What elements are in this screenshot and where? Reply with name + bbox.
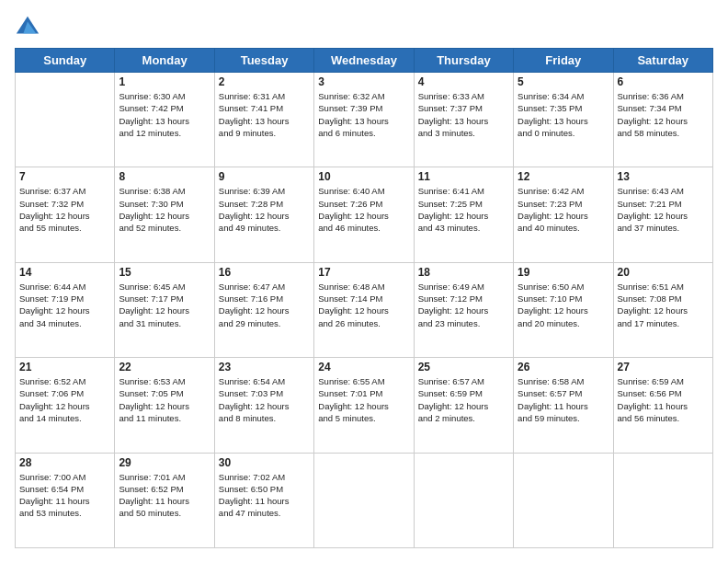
day-number: 29 xyxy=(119,456,210,469)
calendar-cell xyxy=(314,453,414,547)
day-info: Sunrise: 6:57 AM Sunset: 6:59 PM Dayligh… xyxy=(418,375,509,424)
day-number: 17 xyxy=(318,266,409,279)
calendar-cell: 13Sunrise: 6:43 AM Sunset: 7:21 PM Dayli… xyxy=(613,167,712,262)
calendar-cell xyxy=(16,73,115,167)
day-info: Sunrise: 6:58 AM Sunset: 6:57 PM Dayligh… xyxy=(518,375,609,424)
day-info: Sunrise: 6:41 AM Sunset: 7:25 PM Dayligh… xyxy=(418,185,509,234)
calendar-week-row: 7Sunrise: 6:37 AM Sunset: 7:32 PM Daylig… xyxy=(16,167,713,262)
calendar-cell: 29Sunrise: 7:01 AM Sunset: 6:52 PM Dayli… xyxy=(115,453,214,547)
day-info: Sunrise: 6:37 AM Sunset: 7:32 PM Dayligh… xyxy=(19,185,110,234)
day-number: 2 xyxy=(219,75,310,88)
day-number: 16 xyxy=(219,266,310,279)
logo-icon xyxy=(15,15,40,40)
day-info: Sunrise: 6:44 AM Sunset: 7:19 PM Dayligh… xyxy=(19,281,110,329)
calendar-cell: 30Sunrise: 7:02 AM Sunset: 6:50 PM Dayli… xyxy=(214,453,313,547)
day-info: Sunrise: 7:01 AM Sunset: 6:52 PM Dayligh… xyxy=(119,471,210,520)
calendar-cell: 8Sunrise: 6:38 AM Sunset: 7:30 PM Daylig… xyxy=(115,167,214,262)
day-number: 1 xyxy=(119,75,210,88)
day-of-week-header: Wednesday xyxy=(314,49,414,73)
day-number: 10 xyxy=(318,170,409,183)
day-of-week-header: Sunday xyxy=(16,49,115,73)
day-number: 7 xyxy=(19,170,110,183)
day-info: Sunrise: 6:49 AM Sunset: 7:12 PM Dayligh… xyxy=(418,281,509,329)
calendar-cell: 15Sunrise: 6:45 AM Sunset: 7:17 PM Dayli… xyxy=(115,262,214,357)
calendar-cell: 1Sunrise: 6:30 AM Sunset: 7:42 PM Daylig… xyxy=(115,73,214,167)
day-number: 11 xyxy=(418,170,509,183)
calendar-cell: 22Sunrise: 6:53 AM Sunset: 7:05 PM Dayli… xyxy=(115,358,214,453)
calendar-cell: 27Sunrise: 6:59 AM Sunset: 6:56 PM Dayli… xyxy=(613,358,712,453)
day-info: Sunrise: 6:45 AM Sunset: 7:17 PM Dayligh… xyxy=(119,281,210,329)
calendar-cell: 6Sunrise: 6:36 AM Sunset: 7:34 PM Daylig… xyxy=(613,73,712,167)
day-number: 18 xyxy=(418,266,509,279)
day-info: Sunrise: 6:33 AM Sunset: 7:37 PM Dayligh… xyxy=(418,90,509,139)
calendar-header-row: SundayMondayTuesdayWednesdayThursdayFrid… xyxy=(16,49,713,73)
day-number: 30 xyxy=(219,456,310,469)
calendar-cell: 9Sunrise: 6:39 AM Sunset: 7:28 PM Daylig… xyxy=(214,167,313,262)
calendar-cell: 10Sunrise: 6:40 AM Sunset: 7:26 PM Dayli… xyxy=(314,167,414,262)
calendar-week-row: 28Sunrise: 7:00 AM Sunset: 6:54 PM Dayli… xyxy=(16,453,713,547)
day-number: 5 xyxy=(518,75,609,88)
calendar-cell: 24Sunrise: 6:55 AM Sunset: 7:01 PM Dayli… xyxy=(314,358,414,453)
day-number: 6 xyxy=(618,75,709,88)
day-info: Sunrise: 6:40 AM Sunset: 7:26 PM Dayligh… xyxy=(318,185,409,234)
calendar-cell: 3Sunrise: 6:32 AM Sunset: 7:39 PM Daylig… xyxy=(314,73,414,167)
day-info: Sunrise: 6:51 AM Sunset: 7:08 PM Dayligh… xyxy=(618,281,709,329)
day-number: 9 xyxy=(219,170,310,183)
day-of-week-header: Thursday xyxy=(414,49,513,73)
page: SundayMondayTuesdayWednesdayThursdayFrid… xyxy=(0,0,728,563)
day-number: 26 xyxy=(518,361,609,373)
day-number: 8 xyxy=(119,170,210,183)
day-number: 22 xyxy=(119,361,210,373)
day-of-week-header: Friday xyxy=(514,49,613,73)
day-info: Sunrise: 6:48 AM Sunset: 7:14 PM Dayligh… xyxy=(318,281,409,329)
calendar-cell xyxy=(414,453,513,547)
day-number: 20 xyxy=(618,266,709,279)
header xyxy=(15,15,713,40)
calendar-cell: 21Sunrise: 6:52 AM Sunset: 7:06 PM Dayli… xyxy=(16,358,115,453)
logo xyxy=(15,15,42,40)
day-info: Sunrise: 6:54 AM Sunset: 7:03 PM Dayligh… xyxy=(219,375,310,424)
calendar-cell: 5Sunrise: 6:34 AM Sunset: 7:35 PM Daylig… xyxy=(514,73,613,167)
calendar-cell: 25Sunrise: 6:57 AM Sunset: 6:59 PM Dayli… xyxy=(414,358,513,453)
day-number: 4 xyxy=(418,75,509,88)
day-number: 21 xyxy=(19,361,110,373)
day-info: Sunrise: 6:30 AM Sunset: 7:42 PM Dayligh… xyxy=(119,90,210,139)
calendar-cell xyxy=(514,453,613,547)
day-info: Sunrise: 6:53 AM Sunset: 7:05 PM Dayligh… xyxy=(119,375,210,424)
day-of-week-header: Tuesday xyxy=(214,49,313,73)
day-number: 28 xyxy=(19,456,110,469)
calendar-cell: 20Sunrise: 6:51 AM Sunset: 7:08 PM Dayli… xyxy=(613,262,712,357)
day-number: 27 xyxy=(618,361,709,373)
day-number: 24 xyxy=(318,361,409,373)
calendar-cell: 14Sunrise: 6:44 AM Sunset: 7:19 PM Dayli… xyxy=(16,262,115,357)
day-info: Sunrise: 6:38 AM Sunset: 7:30 PM Dayligh… xyxy=(119,185,210,234)
calendar-cell: 28Sunrise: 7:00 AM Sunset: 6:54 PM Dayli… xyxy=(16,453,115,547)
day-number: 23 xyxy=(219,361,310,373)
calendar-cell: 17Sunrise: 6:48 AM Sunset: 7:14 PM Dayli… xyxy=(314,262,414,357)
day-info: Sunrise: 6:55 AM Sunset: 7:01 PM Dayligh… xyxy=(318,375,409,424)
calendar-cell: 23Sunrise: 6:54 AM Sunset: 7:03 PM Dayli… xyxy=(214,358,313,453)
day-number: 25 xyxy=(418,361,509,373)
day-number: 14 xyxy=(19,266,110,279)
day-info: Sunrise: 6:43 AM Sunset: 7:21 PM Dayligh… xyxy=(618,185,709,234)
day-info: Sunrise: 7:00 AM Sunset: 6:54 PM Dayligh… xyxy=(19,471,110,520)
calendar-week-row: 1Sunrise: 6:30 AM Sunset: 7:42 PM Daylig… xyxy=(16,73,713,167)
day-info: Sunrise: 6:52 AM Sunset: 7:06 PM Dayligh… xyxy=(19,375,110,424)
day-number: 12 xyxy=(518,170,609,183)
day-info: Sunrise: 6:59 AM Sunset: 6:56 PM Dayligh… xyxy=(618,375,709,424)
day-info: Sunrise: 6:39 AM Sunset: 7:28 PM Dayligh… xyxy=(219,185,310,234)
calendar-cell: 7Sunrise: 6:37 AM Sunset: 7:32 PM Daylig… xyxy=(16,167,115,262)
calendar-cell: 2Sunrise: 6:31 AM Sunset: 7:41 PM Daylig… xyxy=(214,73,313,167)
calendar-week-row: 21Sunrise: 6:52 AM Sunset: 7:06 PM Dayli… xyxy=(16,358,713,453)
calendar-cell: 11Sunrise: 6:41 AM Sunset: 7:25 PM Dayli… xyxy=(414,167,513,262)
day-info: Sunrise: 6:47 AM Sunset: 7:16 PM Dayligh… xyxy=(219,281,310,329)
day-info: Sunrise: 7:02 AM Sunset: 6:50 PM Dayligh… xyxy=(219,471,310,520)
day-of-week-header: Monday xyxy=(115,49,214,73)
calendar-cell: 4Sunrise: 6:33 AM Sunset: 7:37 PM Daylig… xyxy=(414,73,513,167)
calendar-week-row: 14Sunrise: 6:44 AM Sunset: 7:19 PM Dayli… xyxy=(16,262,713,357)
day-info: Sunrise: 6:36 AM Sunset: 7:34 PM Dayligh… xyxy=(618,90,709,139)
day-info: Sunrise: 6:42 AM Sunset: 7:23 PM Dayligh… xyxy=(518,185,609,234)
calendar: SundayMondayTuesdayWednesdayThursdayFrid… xyxy=(15,48,713,548)
calendar-cell: 12Sunrise: 6:42 AM Sunset: 7:23 PM Dayli… xyxy=(514,167,613,262)
day-info: Sunrise: 6:34 AM Sunset: 7:35 PM Dayligh… xyxy=(518,90,609,139)
